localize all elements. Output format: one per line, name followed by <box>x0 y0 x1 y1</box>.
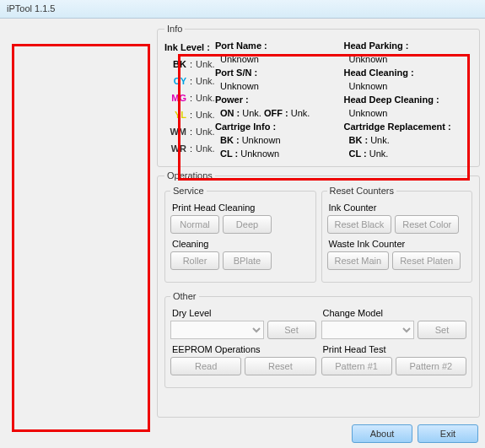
info-group: Info Ink Level : BK: Unk. CY: Unk. MG: U… <box>157 24 480 167</box>
other-group: Other Dry Level Set EEPROM Operations <box>164 291 472 388</box>
reset-platen-button[interactable]: Reset Platen <box>392 251 461 270</box>
about-button[interactable]: About <box>352 424 412 443</box>
reset-color-button[interactable]: Reset Color <box>395 215 459 234</box>
change-model-select[interactable] <box>321 321 415 339</box>
info-legend: Info <box>164 24 185 34</box>
reset-black-button[interactable]: Reset Black <box>327 215 392 234</box>
roller-button[interactable]: Roller <box>170 251 219 270</box>
info-col-3: Head Parking : Unknown Head Cleaning : U… <box>344 39 473 160</box>
reset-main-button[interactable]: Reset Main <box>327 251 390 270</box>
model-set-button[interactable]: Set <box>418 321 466 339</box>
ink-row: WR: Unk. <box>164 140 215 157</box>
pattern2-button[interactable]: Pattern #2 <box>396 357 466 375</box>
preview-panel <box>5 24 152 443</box>
ink-level-column: Ink Level : BK: Unk. CY: Unk. MG: Unk. Y… <box>164 39 215 160</box>
service-group: Service Print Head Cleaning Normal Deep … <box>164 186 316 283</box>
reset-counters-group: Reset Counters Ink Counter Reset Black R… <box>321 186 473 283</box>
window-body: Info Ink Level : BK: Unk. CY: Unk. MG: U… <box>0 19 485 448</box>
ink-row: BK: Unk. <box>164 56 215 73</box>
info-col-2: Port Name : Unknown Port S/N : Unknown P… <box>215 39 344 160</box>
pattern1-button[interactable]: Pattern #1 <box>321 357 392 375</box>
ink-row: YL: Unk. <box>164 106 215 123</box>
titlebar: iPTool 1.1.5 <box>0 0 485 19</box>
ink-row: MG: Unk. <box>164 89 215 106</box>
ink-level-label: Ink Level : <box>164 42 210 52</box>
ink-row: WM: Unk. <box>164 123 215 140</box>
operations-group: Operations Service Print Head Cleaning N… <box>157 170 480 418</box>
normal-button[interactable]: Normal <box>170 215 219 234</box>
dry-set-button[interactable]: Set <box>267 321 316 339</box>
window-title: iPTool 1.1.5 <box>7 3 55 13</box>
exit-button[interactable]: Exit <box>418 424 478 443</box>
bplate-button[interactable]: BPlate <box>223 251 272 270</box>
eeprom-reset-button[interactable]: Reset <box>245 357 315 375</box>
eeprom-read-button[interactable]: Read <box>170 357 241 375</box>
deep-button[interactable]: Deep <box>223 215 272 234</box>
dry-level-select[interactable] <box>170 321 264 339</box>
ops-legend: Operations <box>164 170 215 181</box>
ink-row: CY: Unk. <box>164 73 215 89</box>
